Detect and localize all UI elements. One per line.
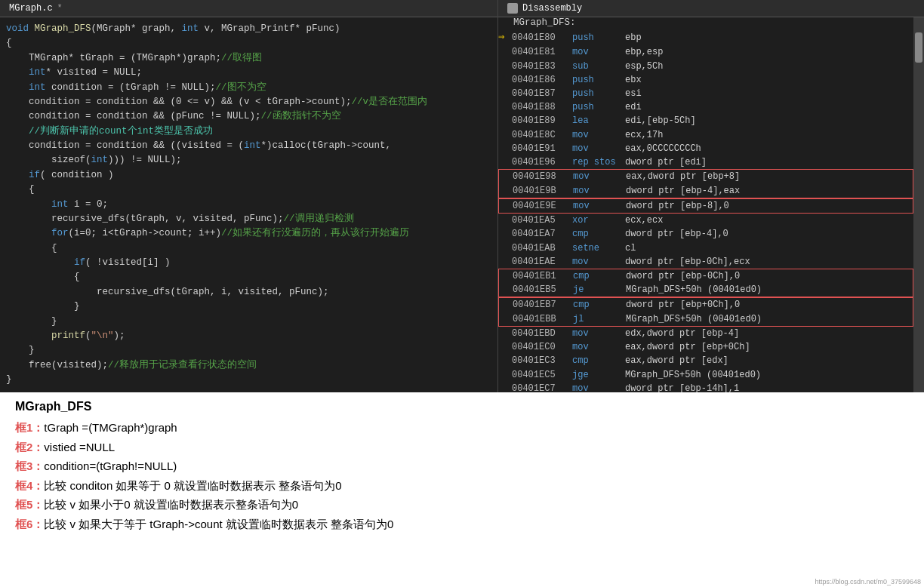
disasm-address: 00401E86 [512,73,572,87]
disasm-tab[interactable]: Disassembly [498,0,924,17]
disasm-row: 00401EC3cmpeax,dword ptr [edx] [498,354,913,367]
disasm-address: 00401EC0 [512,340,572,354]
disasm-opcode: sub [572,60,625,73]
disasm-operand: dword ptr [ebp-4],0 [625,227,913,241]
disasm-opcode: rep stos [572,155,625,169]
disasm-scrollbar[interactable] [913,17,924,392]
disasm-opcode: push [572,100,625,114]
disasm-operand: edx,dword ptr [ebp-4] [625,327,913,340]
disasm-address: 00401EB7 [513,298,573,312]
disasm-address: 00401E81 [512,45,572,59]
disasm-opcode: lea [572,114,625,128]
tab-modified: * [57,3,63,14]
disasm-opcode: mov [572,327,625,340]
disasm-operand: dword ptr [ebp-14h],1 [625,382,913,392]
disasm-address: 00401E8C [512,128,572,142]
disasm-operand: MGraph_DFS+50h (00401ed0) [626,312,913,326]
disasm-opcode: mov [572,142,625,155]
disasm-row: 00401E89leaedi,[ebp-5Ch] [498,114,913,128]
disasm-opcode: jge [572,368,625,382]
code-line: } [6,300,491,314]
disasm-row: 00401EAEmovdword ptr [ebp-0Ch],ecx [498,255,913,269]
disasm-address: 00401E88 [512,100,572,114]
annotation-item: 框3：condition=(tGraph!=NULL) [15,456,909,476]
disasm-row: 00401EBBjlMGraph_DFS+50h (00401ed0) [498,312,913,327]
disasm-address: 00401E89 [512,114,572,128]
disasm-address: 00401EAE [512,255,572,269]
code-line: int* visited = NULL; [6,66,491,80]
disasm-opcode: cmp [573,269,626,283]
disasm-row: 00401E96rep stosdword ptr [edi] [498,155,913,169]
disasm-operand: ebp,esp [625,45,913,59]
code-line: free(visited);//释放用于记录查看行状态的空间 [6,358,491,373]
disasm-operand: eax,dword ptr [edx] [625,354,913,367]
disasm-row: 00401E91moveax,0CCCCCCCCh [498,142,913,155]
disasm-row: 00401EB1cmpdword ptr [ebp-0Ch],0 [498,269,913,283]
disasm-row: 00401E83subesp,5Ch [498,60,913,73]
disasm-opcode: mov [572,382,625,392]
code-line: condition = condition && ((visited = (in… [6,139,491,153]
annotation-text: 比较 v 如果大于等于 tGraph->count 就设置临时数据表示 整条语句… [44,518,393,530]
annotation-item: 框2：vistied =NULL [15,438,909,457]
annotation-label: 框4： [15,479,44,492]
disasm-opcode: push [572,87,625,100]
disasm-opcode: push [572,31,625,45]
disasm-operand: edi,[ebp-5Ch] [625,114,913,128]
code-line: recursive_dfs(tGraph, v, visited, pFunc)… [6,212,491,226]
disasm-opcode: mov [573,170,626,183]
code-line: sizeof(int))) != NULL); [6,153,491,167]
disasm-address: 00401E9B [513,184,573,198]
disasm-row: 00401EA5xorecx,ecx [498,214,913,227]
disasm-operand: ebx [625,73,913,87]
code-line: //判断新申请的count个int类型是否成功 [6,124,491,139]
disasm-opcode: mov [572,255,625,269]
disasm-operand: MGraph_DFS+50h (00401ed0) [625,368,913,382]
disasm-opcode: je [573,283,626,297]
disasm-row: 00401EC5jgeMGraph_DFS+50h (00401ed0) [498,368,913,382]
code-content: void MGraph_DFS(MGraph* graph, int v, MG… [0,17,497,392]
disasm-row: 00401EA7cmpdword ptr [ebp-4],0 [498,227,913,241]
annotation-label: 框1： [15,421,44,434]
disasm-operand: dword ptr [ebp-0Ch],ecx [625,255,913,269]
code-line: TMGraph* tGraph = (TMGraph*)graph;//取得图 [6,51,491,66]
code-line: { [6,36,491,51]
annotation-text: tGraph =(TMGraph*)graph [44,421,177,434]
annotation-text: 比较 v 如果小于0 就设置临时数据表示整条语句为0 [44,498,298,511]
tab-name: MGraph.c [9,3,53,14]
code-line: printf("\n"); [6,329,491,343]
watermark: https://blog.csdn.net/m0_37599648 [815,578,921,585]
disasm-row: 00401EC7movdword ptr [ebp-14h],1 [498,382,913,392]
disasm-address: 00401EB5 [513,283,573,297]
code-line: { [6,183,491,197]
disasm-address: 00401EC3 [512,354,572,367]
code-line: for(i=0; i<tGraph->count; i++)//如果还有行没遍历… [6,226,491,241]
disasm-operand: ebp [625,31,913,45]
disasm-address: 00401E98 [513,170,573,183]
code-line: condition = condition && (0 <= v) && (v … [6,95,491,109]
annotation-text: condition=(tGraph!=NULL) [44,459,177,472]
disasm-opcode: mov [572,340,625,354]
disasm-arrow-indicator: ⇒ [498,29,512,45]
disasm-operand: ecx,17h [625,128,913,142]
disasm-address: 00401EC7 [512,382,572,392]
disasm-address: 00401E83 [512,60,572,73]
disasm-address: 00401E80 [512,31,572,45]
disasm-row: 00401E8Cmovecx,17h [498,128,913,142]
code-line: int i = 0; [6,198,491,212]
disasm-opcode: cmp [572,354,625,367]
disasm-operand: MGraph_DFS+50h (00401ed0) [626,283,913,297]
disasm-address: 00401EB1 [513,269,573,283]
disasm-row: 00401EBDmovedx,dword ptr [ebp-4] [498,327,913,340]
disasm-opcode: xor [572,214,625,227]
code-line: ... [6,387,491,392]
annotation-label: 框3： [15,459,44,472]
bottom-panel: MGraph_DFS 框1：tGraph =(TMGraph*)graph框2：… [0,392,924,587]
annotation-item: 框1：tGraph =(TMGraph*)graph [15,418,909,438]
annotation-item: 框4：比较 conditon 如果等于 0 就设置临时数据表示 整条语句为0 [15,476,909,496]
code-line: if( condition ) [6,168,491,183]
disasm-operand: esi [625,87,913,100]
code-line: if( !visited[i] ) [6,256,491,270]
disasm-row: 00401E86pushebx [498,73,913,87]
editor-tab[interactable]: MGraph.c * [0,0,497,17]
code-line: condition = condition && (pFunc != NULL)… [6,109,491,124]
